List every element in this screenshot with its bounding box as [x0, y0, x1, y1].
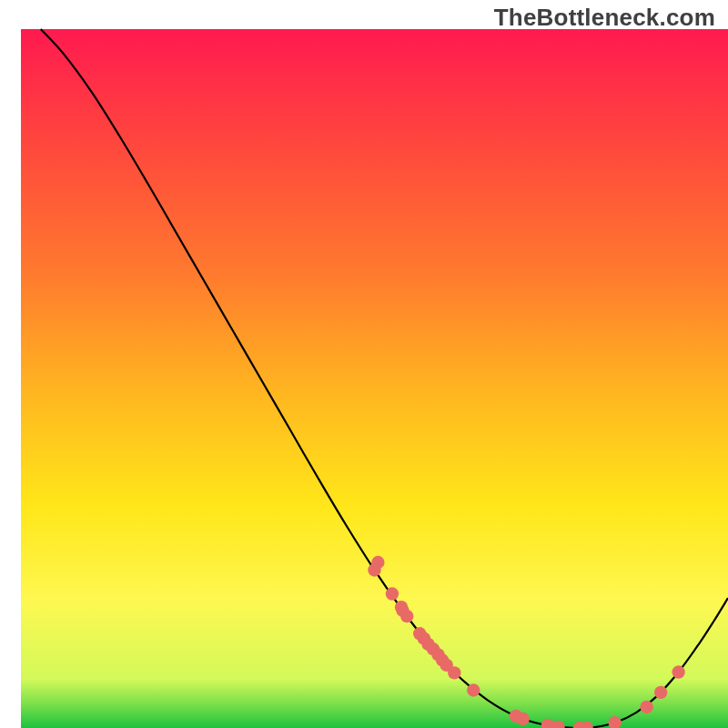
data-point [371, 556, 384, 569]
data-point [400, 610, 413, 622]
data-point [467, 683, 480, 696]
chart-svg [0, 0, 728, 728]
data-point [672, 665, 684, 678]
watermark-text: TheBottleneck.com [494, 4, 715, 32]
data-point [448, 666, 460, 679]
chart-canvas: TheBottleneck.com [0, 0, 728, 728]
data-point [640, 701, 652, 713]
data-point [386, 587, 399, 600]
data-point [516, 713, 529, 725]
gradient-background [21, 29, 728, 728]
data-point [654, 686, 667, 699]
